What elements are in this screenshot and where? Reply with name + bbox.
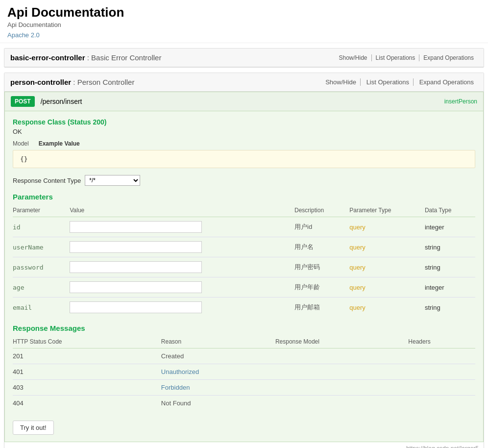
reason-text: Created (161, 352, 184, 360)
model-value-box: {} (13, 150, 475, 168)
messages-th-reason: Reason (161, 336, 275, 348)
response-messages-section: Response Messages HTTP Status Code Reaso… (13, 324, 475, 411)
person-controller-section: person-controller : Person Controller Sh… (4, 73, 484, 448)
operation-nickname: insertPerson (444, 98, 477, 105)
basic-error-controller-name: basic-error-controller (10, 53, 85, 62)
basic-error-list-ops[interactable]: List Operations (372, 54, 420, 61)
params-th-value: Value (70, 205, 294, 217)
basic-error-controller-title: basic-error-controller : Basic Error Con… (10, 53, 161, 62)
params-th-description: Description (294, 205, 349, 217)
response-ok: OK (13, 128, 475, 135)
param-type: query (349, 224, 366, 231)
response-messages-title: Response Messages (13, 324, 475, 332)
param-data-type: integer (425, 284, 444, 291)
param-type: query (349, 304, 366, 311)
messages-table-header: HTTP Status Code Reason Response Model H… (13, 336, 475, 348)
messages-table: HTTP Status Code Reason Response Model H… (13, 336, 475, 411)
param-desc: 用户密码 (294, 263, 320, 271)
page-header: Api Documentation Api Documentation Apac… (0, 0, 488, 43)
basic-error-show-hide[interactable]: Show/Hide (335, 54, 372, 61)
status-code: 401 (13, 368, 24, 375)
messages-tbody: 201 Created 401 Unauthorized 403 Forbidd… (13, 348, 475, 411)
param-data-type: string (425, 264, 440, 271)
table-row: 201 Created (13, 348, 475, 364)
param-name: userName (13, 244, 44, 251)
table-row: 401 Unauthorized (13, 364, 475, 380)
person-controller-title: person-controller : Person Controller (10, 78, 134, 86)
param-desc: 用户名 (294, 243, 314, 250)
param-data-type: string (425, 244, 440, 251)
table-row: userName 用户名 query string (13, 237, 475, 257)
table-row: 403 Forbidden (13, 380, 475, 396)
param-input-email[interactable] (70, 301, 202, 313)
status-code: 201 (13, 352, 24, 360)
model-tab[interactable]: Model (13, 140, 29, 147)
response-content-type-label: Response Content Type (13, 177, 81, 184)
table-row: email 用户邮箱 query string (13, 298, 475, 318)
license-link[interactable]: Apache 2.0 (7, 31, 40, 39)
person-controller-header: person-controller : Person Controller Sh… (4, 73, 484, 92)
param-desc: 用户年龄 (294, 283, 320, 291)
person-controller-controls: Show/Hide List Operations Expand Operati… (321, 78, 478, 86)
basic-error-controller-controls: Show/Hide List Operations Expand Operati… (335, 54, 478, 61)
status-code: 404 (13, 399, 24, 407)
param-name: age (13, 284, 24, 291)
operation-path: /person/insert (41, 98, 444, 105)
param-data-type: integer (425, 224, 444, 231)
params-th-parameter: Parameter (13, 205, 70, 217)
response-content-type-row: Response Content Type */* application/js… (13, 175, 475, 186)
messages-th-code: HTTP Status Code (13, 336, 161, 348)
try-it-button[interactable]: Try it out! (13, 421, 54, 435)
watermark: https://blog.csdn.net/larger5 (4, 442, 484, 448)
parameters-section: Parameters Parameter Value Description P… (13, 193, 475, 317)
table-row: id 用户id query integer (13, 217, 475, 237)
person-list-ops[interactable]: List Operations (363, 78, 414, 86)
param-type: query (349, 264, 366, 271)
page-title: Api Documentation (7, 5, 481, 20)
page-subtitle: Api Documentation (7, 21, 481, 28)
param-type: query (349, 244, 366, 251)
params-th-param-type: Parameter Type (349, 205, 425, 217)
model-tabs: Model Example Value (13, 140, 475, 147)
response-class-title: Response Class (Status 200) (13, 118, 475, 126)
table-row: age 用户年龄 query integer (13, 277, 475, 298)
param-name: id (13, 224, 21, 231)
person-expand-ops[interactable]: Expand Operations (415, 78, 478, 86)
param-desc: 用户邮箱 (294, 303, 320, 311)
operation-row: POST /person/insert insertPerson (5, 92, 483, 111)
params-th-data-type: Data Type (425, 205, 475, 217)
method-badge: POST (11, 96, 35, 107)
param-input-id[interactable] (70, 221, 202, 233)
param-desc: 用户id (294, 223, 312, 230)
messages-th-model: Response Model (275, 336, 408, 348)
operation-content: Response Class (Status 200) OK Model Exa… (5, 111, 483, 442)
param-input-age[interactable] (70, 281, 202, 293)
param-input-userName[interactable] (70, 241, 202, 253)
param-name: email (13, 304, 32, 311)
basic-error-controller-rest: : Basic Error Controller (85, 53, 162, 62)
params-tbody: id 用户id query integer userName 用户名 query… (13, 217, 475, 318)
reason-text: Forbidden (161, 384, 190, 391)
table-row: password 用户密码 query string (13, 257, 475, 277)
param-type: query (349, 284, 366, 291)
basic-error-expand-ops[interactable]: Expand Operations (419, 54, 478, 61)
param-name: password (13, 264, 44, 271)
person-show-hide[interactable]: Show/Hide (321, 78, 361, 86)
param-input-password[interactable] (70, 261, 202, 273)
basic-error-controller-section: basic-error-controller : Basic Error Con… (4, 48, 484, 68)
params-table-header: Parameter Value Description Parameter Ty… (13, 205, 475, 217)
reason-text: Not Found (161, 399, 191, 407)
table-row: 404 Not Found (13, 396, 475, 411)
parameters-title: Parameters (13, 193, 475, 201)
person-controller-rest: : Person Controller (71, 78, 134, 86)
basic-error-controller-header: basic-error-controller : Basic Error Con… (4, 49, 484, 67)
example-value-tab[interactable]: Example Value (39, 140, 80, 147)
reason-text: Unauthorized (161, 368, 199, 375)
post-insert-operation: POST /person/insert insertPerson Respons… (4, 92, 484, 442)
param-data-type: string (425, 304, 440, 311)
status-code: 403 (13, 384, 24, 391)
response-content-type-select[interactable]: */* application/json (85, 175, 140, 186)
params-table: Parameter Value Description Parameter Ty… (13, 205, 475, 317)
messages-th-headers: Headers (408, 336, 475, 348)
person-controller-name: person-controller (10, 78, 71, 86)
